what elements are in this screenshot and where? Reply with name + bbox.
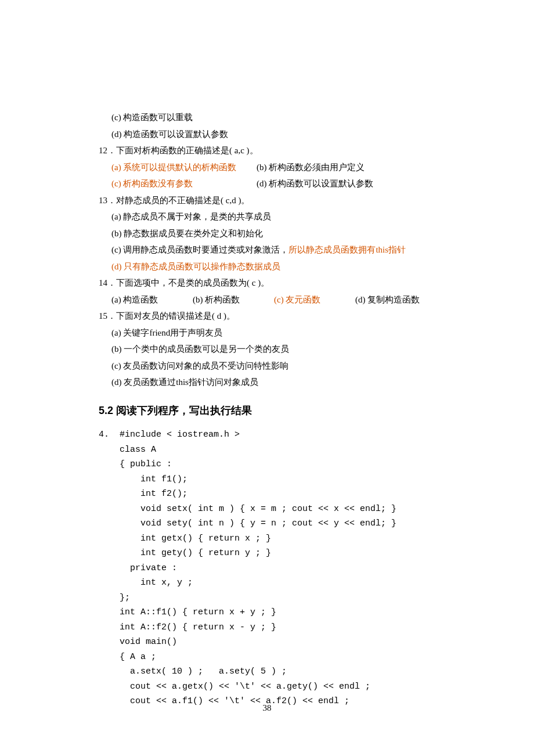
q11-option-c: (c) 构造函数可以重载 — [99, 110, 435, 125]
q13-option-a: (a) 静态成员不属于对象，是类的共享成员 — [99, 210, 435, 225]
q13-option-b: (b) 静态数据成员要在类外定义和初始化 — [99, 226, 435, 242]
q14-option-c: (c) 友元函数 — [274, 293, 355, 308]
q12-row-2: (c) 析构函数没有参数 (d) 析构函数可以设置默认参数 — [99, 177, 435, 192]
page: (c) 构造函数可以重载 (d) 构造函数可以设置默认参数 12．下面对析构函数… — [0, 0, 534, 756]
q13-option-c-prefix: (c) 调用静态成员函数时要通过类或对象激活， — [111, 245, 288, 254]
q14-stem: 14．下面选项中，不是类的成员函数为( c )。 — [99, 276, 435, 291]
q13-option-c-suffix: 所以静态成员函数拥有this指针 — [288, 245, 406, 254]
q13-option-c: (c) 调用静态成员函数时要通过类或对象激活，所以静态成员函数拥有this指针 — [99, 243, 435, 258]
section-title-5-2: 5.2 阅读下列程序，写出执行结果 — [99, 402, 435, 420]
q15-option-a: (a) 关键字friend用于声明友员 — [99, 326, 435, 341]
code-block-q4: 4. #include < iostream.h > class A { pub… — [99, 427, 435, 709]
q12-stem: 12．下面对析构函数的正确描述是( a,c )。 — [99, 143, 435, 159]
q15-option-b: (b) 一个类中的成员函数可以是另一个类的友员 — [99, 342, 435, 357]
q12-option-d: (d) 析构函数可以设置默认参数 — [257, 177, 435, 192]
page-number: 38 — [0, 701, 534, 716]
q14-option-b: (b) 析构函数 — [193, 293, 274, 308]
q12-option-c: (c) 析构函数没有参数 — [111, 177, 257, 192]
q14-options: (a) 构造函数(b) 析构函数(c) 友元函数(d) 复制构造函数 — [99, 293, 435, 308]
q13-option-d: (d) 只有静态成员函数可以操作静态数据成员 — [99, 260, 435, 275]
q15-option-c: (c) 友员函数访问对象的成员不受访问特性影响 — [99, 359, 435, 374]
q11-option-d: (d) 构造函数可以设置默认参数 — [99, 127, 435, 142]
q12-option-b: (b) 析构函数必须由用户定义 — [257, 160, 435, 175]
q13-stem: 13．对静态成员的不正确描述是( c,d )。 — [99, 193, 435, 208]
q15-stem: 15．下面对友员的错误描述是( d )。 — [99, 309, 435, 324]
q12-option-a: (a) 系统可以提供默认的析构函数 — [111, 160, 257, 175]
q12-row-1: (a) 系统可以提供默认的析构函数 (b) 析构函数必须由用户定义 — [99, 160, 435, 175]
q14-option-d: (d) 复制构造函数 — [355, 295, 420, 304]
q14-option-a: (a) 构造函数 — [111, 293, 193, 308]
q15-option-d: (d) 友员函数通过this指针访问对象成员 — [99, 375, 435, 390]
